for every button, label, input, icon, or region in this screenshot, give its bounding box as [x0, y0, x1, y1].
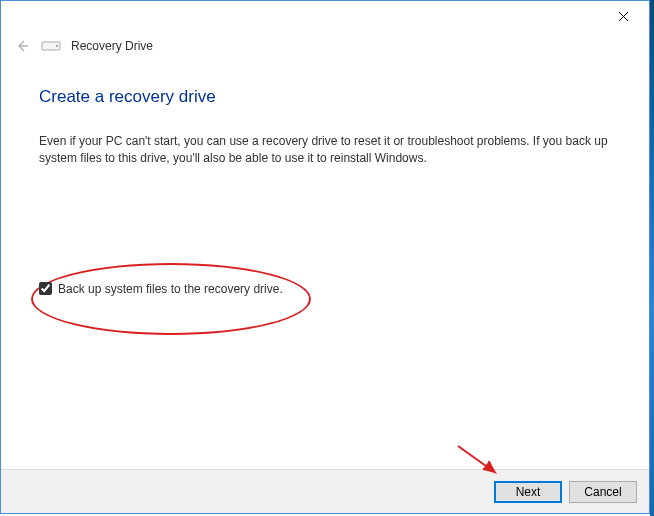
cancel-button[interactable]: Cancel — [569, 481, 637, 503]
titlebar — [1, 1, 649, 31]
back-arrow-icon — [14, 38, 30, 54]
back-button[interactable] — [13, 37, 31, 55]
close-button[interactable] — [603, 3, 643, 29]
drive-icon — [41, 39, 61, 53]
next-button[interactable]: Next — [494, 481, 562, 503]
svg-point-1 — [56, 45, 58, 47]
backup-system-files-checkbox[interactable] — [39, 282, 52, 295]
page-heading: Create a recovery drive — [39, 87, 611, 107]
window-title: Recovery Drive — [71, 39, 153, 53]
header: Recovery Drive — [1, 31, 649, 63]
close-icon — [618, 11, 629, 22]
content-area: Create a recovery drive Even if your PC … — [1, 63, 649, 306]
backup-checkbox-row: Back up system files to the recovery dri… — [39, 282, 611, 296]
backup-checkbox-label[interactable]: Back up system files to the recovery dri… — [58, 282, 283, 296]
recovery-drive-window: Recovery Drive Create a recovery drive E… — [0, 0, 650, 514]
page-description: Even if your PC can't start, you can use… — [39, 133, 611, 168]
window-edge-decoration — [650, 0, 654, 516]
footer: Next Cancel — [1, 469, 649, 513]
